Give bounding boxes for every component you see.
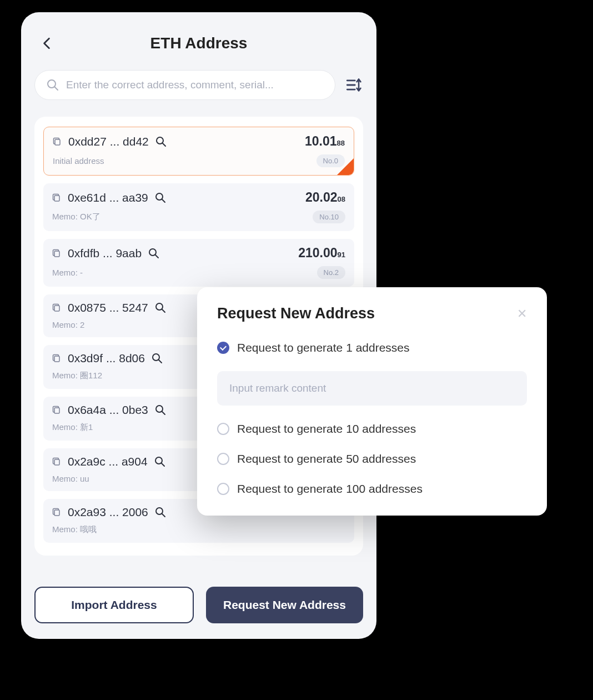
generate-option[interactable]: Request to generate 50 addresses — [217, 452, 527, 466]
copy-icon[interactable] — [52, 303, 61, 312]
address-text: 0xdd27 ... dd42 — [68, 135, 149, 148]
svg-line-28 — [162, 514, 165, 517]
svg-line-7 — [163, 143, 165, 146]
modal-options: Request to generate 1 addresses Request … — [217, 341, 527, 496]
address-item[interactable]: 0xdd27 ... dd42 10.0188 Initial address … — [43, 127, 354, 176]
svg-rect-14 — [54, 306, 59, 311]
index-badge: No.10 — [313, 211, 345, 223]
radio-icon[interactable] — [217, 342, 229, 354]
balance-value: 10.0188 — [305, 134, 345, 149]
svg-line-25 — [162, 463, 164, 466]
address-item[interactable]: 0xfdfb ... 9aab 210.0091 Memo: - No.2 — [43, 239, 354, 287]
copy-icon[interactable] — [53, 137, 62, 146]
page-title: ETH Address — [37, 34, 361, 52]
address-text: 0x6a4a ... 0be3 — [68, 403, 148, 417]
copy-icon[interactable] — [52, 354, 61, 363]
balance-value: 210.0091 — [298, 246, 345, 261]
import-address-button[interactable]: Import Address — [34, 587, 194, 623]
svg-line-19 — [159, 360, 162, 363]
copy-icon[interactable] — [52, 406, 61, 414]
svg-point-24 — [155, 457, 162, 464]
search-icon — [46, 78, 59, 92]
magnify-icon[interactable] — [155, 507, 166, 518]
generate-option[interactable]: Request to generate 100 addresses — [217, 482, 527, 496]
magnify-icon[interactable] — [148, 248, 159, 259]
option-label: Request to generate 1 addresses — [237, 341, 410, 354]
copy-icon[interactable] — [52, 457, 61, 466]
svg-rect-17 — [54, 356, 59, 362]
search-field[interactable] — [34, 70, 335, 100]
memo-text: Memo: OK了 — [52, 212, 100, 222]
memo-text: Memo: 2 — [52, 320, 84, 329]
sort-icon — [346, 77, 363, 93]
magnify-icon[interactable] — [155, 404, 166, 416]
radio-icon[interactable] — [217, 453, 229, 465]
svg-rect-5 — [55, 139, 60, 145]
address-text: 0x2a9c ... a904 — [68, 455, 148, 468]
svg-line-13 — [155, 255, 158, 258]
magnify-icon[interactable] — [154, 456, 165, 467]
copy-icon[interactable] — [52, 193, 61, 202]
option-label: Request to generate 100 addresses — [237, 482, 423, 496]
svg-rect-8 — [54, 196, 59, 201]
address-text: 0x2a93 ... 2006 — [68, 506, 148, 519]
footer-actions: Import Address Request New Address — [34, 587, 363, 623]
active-corner-icon — [337, 158, 354, 175]
svg-rect-11 — [54, 251, 59, 257]
header: ETH Address — [21, 26, 376, 70]
balance-value: 20.0208 — [305, 190, 345, 205]
svg-rect-26 — [54, 510, 59, 516]
svg-rect-23 — [54, 459, 59, 465]
svg-line-16 — [162, 309, 165, 312]
memo-text: Initial address — [53, 156, 104, 166]
request-new-address-modal: Request New Address ✕ Request to generat… — [197, 287, 547, 516]
modal-title: Request New Address — [217, 305, 375, 322]
option-label: Request to generate 50 addresses — [237, 452, 416, 466]
svg-point-18 — [153, 354, 159, 361]
magnify-icon[interactable] — [152, 353, 163, 364]
svg-point-9 — [156, 193, 163, 200]
address-text: 0xfdfb ... 9aab — [68, 247, 142, 260]
svg-line-22 — [162, 412, 165, 414]
svg-rect-20 — [54, 408, 59, 413]
magnify-icon[interactable] — [155, 302, 166, 313]
search-input[interactable] — [66, 79, 324, 91]
svg-line-1 — [54, 87, 58, 90]
copy-icon[interactable] — [52, 249, 61, 258]
svg-point-6 — [157, 137, 163, 144]
close-icon[interactable]: ✕ — [517, 308, 527, 320]
memo-text: Memo: 圈112 — [52, 371, 102, 381]
search-row — [21, 70, 376, 100]
magnify-icon[interactable] — [155, 136, 167, 147]
copy-icon[interactable] — [52, 508, 61, 517]
sort-button[interactable] — [345, 76, 363, 94]
memo-text: Memo: - — [52, 268, 83, 277]
remark-input[interactable] — [217, 371, 527, 406]
svg-point-15 — [156, 303, 163, 310]
memo-text: Memo: 哦哦 — [52, 524, 97, 535]
option-label: Request to generate 10 addresses — [237, 422, 416, 436]
memo-text: Memo: uu — [52, 474, 89, 483]
address-text: 0x0875 ... 5247 — [68, 301, 148, 314]
svg-point-12 — [149, 249, 156, 256]
radio-icon[interactable] — [217, 423, 229, 435]
magnify-icon[interactable] — [155, 192, 166, 203]
svg-line-10 — [162, 199, 165, 202]
svg-point-27 — [156, 508, 163, 514]
svg-point-21 — [156, 406, 163, 412]
address-text: 0xe61d ... aa39 — [68, 191, 148, 204]
address-text: 0x3d9f ... 8d06 — [68, 352, 145, 365]
address-item[interactable]: 0xe61d ... aa39 20.0208 Memo: OK了 No.10 — [43, 183, 354, 231]
radio-icon[interactable] — [217, 483, 229, 495]
index-badge: No.2 — [317, 266, 345, 279]
memo-text: Memo: 新1 — [52, 422, 93, 433]
request-new-address-button[interactable]: Request New Address — [206, 587, 363, 623]
generate-option[interactable]: Request to generate 10 addresses — [217, 422, 527, 436]
generate-option[interactable]: Request to generate 1 addresses — [217, 341, 527, 354]
modal-header: Request New Address ✕ — [217, 305, 527, 322]
